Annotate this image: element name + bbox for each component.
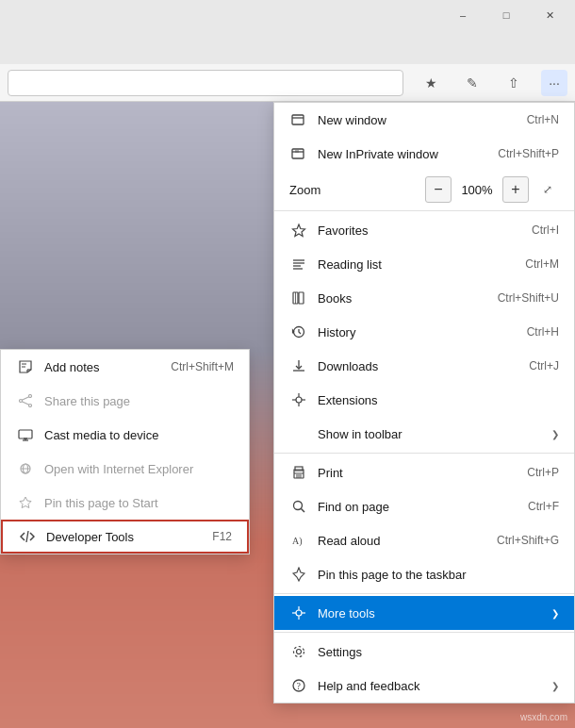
context-item-developer-tools[interactable]: Developer Tools F12 [1, 520, 249, 554]
extensions-icon [289, 390, 308, 409]
zoom-expand-button[interactable]: ⤢ [536, 178, 559, 201]
svg-text:?: ? [297, 681, 302, 691]
downloads-icon [289, 356, 308, 375]
books-shortcut: Ctrl+Shift+U [498, 291, 559, 305]
reading-list-icon [289, 255, 308, 273]
share-icon[interactable]: ⇧ [501, 70, 527, 96]
menu-item-read-aloud[interactable]: A) Read aloud Ctrl+Shift+G [274, 523, 574, 557]
show-toolbar-label: Show in toolbar [318, 427, 548, 441]
developer-tools-shortcut: F12 [212, 530, 232, 543]
menu-item-settings[interactable]: Settings [274, 635, 574, 669]
context-item-open-ie: Open with Internet Explorer [1, 452, 249, 486]
read-aloud-shortcut: Ctrl+Shift+G [497, 534, 559, 547]
add-notes-label: Add notes [44, 360, 171, 374]
menu-item-show-toolbar[interactable]: Show in toolbar ❯ [274, 417, 574, 451]
context-item-add-notes[interactable]: Add notes Ctrl+Shift+M [1, 350, 249, 384]
notes-icon[interactable]: ✎ [459, 70, 485, 96]
context-item-share-page: Share this page [1, 384, 249, 418]
add-notes-icon [16, 357, 35, 376]
menu-item-print[interactable]: Print Ctrl+P [274, 455, 574, 489]
minimize-button[interactable]: – [441, 0, 485, 30]
svg-text:A): A) [292, 536, 303, 547]
favorites-icon[interactable]: ★ [419, 70, 445, 96]
cast-media-label: Cast media to device [44, 428, 234, 442]
svg-point-34 [294, 647, 304, 657]
menu-item-downloads[interactable]: Downloads Ctrl+J [274, 349, 574, 383]
more-tools-arrow: ❯ [551, 608, 559, 619]
menu-item-help-feedback[interactable]: ? Help and feedback ❯ [274, 669, 574, 703]
zoom-controls: − 100% + ⤢ [425, 176, 559, 203]
reading-list-shortcut: Ctrl+M [525, 257, 559, 271]
menu-item-new-window[interactable]: New window Ctrl+N [274, 103, 574, 137]
maximize-button[interactable]: □ [485, 0, 528, 30]
svg-line-45 [22, 402, 29, 405]
tab-bar [0, 30, 575, 64]
history-icon [289, 323, 308, 341]
books-icon [289, 289, 308, 307]
more-icon[interactable]: ··· [541, 70, 567, 96]
find-on-page-label: Find on page [318, 500, 520, 514]
svg-rect-0 [292, 115, 304, 124]
svg-rect-4 [295, 150, 299, 153]
zoom-minus-button[interactable]: − [425, 176, 452, 203]
developer-tools-label: Developer Tools [46, 530, 212, 544]
more-tools-icon [289, 604, 308, 622]
find-icon [289, 497, 308, 516]
svg-marker-5 [293, 224, 305, 237]
developer-tools-icon [18, 527, 37, 546]
pin-start-label: Pin this page to Start [44, 496, 234, 510]
inprivate-icon [289, 144, 308, 163]
svg-line-44 [22, 397, 29, 401]
add-notes-shortcut: Ctrl+Shift+M [171, 360, 234, 373]
more-tools-label: More tools [318, 606, 548, 620]
zoom-value: 100% [459, 183, 495, 197]
inprivate-shortcut: Ctrl+Shift+P [498, 147, 559, 160]
divider-2 [274, 453, 574, 454]
svg-rect-11 [299, 292, 304, 304]
favorites-label: Favorites [318, 223, 524, 238]
menu-item-reading-list[interactable]: Reading list Ctrl+M [274, 247, 574, 281]
watermark: wsxdn.com [520, 712, 567, 722]
extensions-label: Extensions [318, 393, 551, 407]
reading-list-label: Reading list [318, 257, 518, 272]
open-ie-label: Open with Internet Explorer [44, 462, 234, 476]
zoom-label: Zoom [289, 183, 425, 197]
svg-line-53 [26, 531, 28, 542]
menu-item-favorites[interactable]: Favorites Ctrl+I [274, 213, 574, 247]
help-feedback-arrow: ❯ [551, 681, 559, 691]
context-menu: Add notes Ctrl+Shift+M Share this page [0, 349, 250, 554]
menu-item-more-tools[interactable]: More tools ❯ [274, 596, 574, 630]
menu-item-history[interactable]: History Ctrl+H [274, 315, 574, 349]
menu-item-pin-taskbar[interactable]: Pin this page to the taskbar [274, 557, 574, 591]
cast-icon [16, 425, 35, 444]
print-shortcut: Ctrl+P [527, 466, 559, 479]
context-item-pin-start: Pin this page to Start [1, 486, 249, 520]
menu-item-books[interactable]: Books Ctrl+Shift+U [274, 281, 574, 315]
svg-point-28 [296, 610, 302, 616]
new-window-label: New window [318, 113, 519, 127]
divider-3 [274, 593, 574, 594]
url-input[interactable] [8, 70, 403, 96]
find-shortcut: Ctrl+F [528, 500, 559, 513]
close-button[interactable]: ✕ [528, 0, 571, 30]
settings-icon [289, 642, 308, 661]
menu-item-extensions[interactable]: Extensions [274, 383, 574, 417]
svg-rect-46 [19, 430, 32, 438]
menu-item-find-on-page[interactable]: Find on page Ctrl+F [274, 489, 574, 523]
address-bar: ★ ✎ ⇧ ··· [0, 64, 575, 102]
context-item-cast-media[interactable]: Cast media to device [1, 418, 249, 452]
settings-label: Settings [318, 645, 559, 659]
share-page-label: Share this page [44, 394, 234, 408]
menu-item-inprivate[interactable]: New InPrivate window Ctrl+Shift+P [274, 137, 574, 171]
history-shortcut: Ctrl+H [527, 325, 559, 339]
svg-point-33 [297, 650, 302, 654]
new-window-icon [289, 110, 308, 129]
zoom-row: Zoom − 100% + ⤢ [274, 171, 574, 208]
read-aloud-icon: A) [289, 531, 308, 550]
inprivate-label: New InPrivate window [318, 147, 490, 161]
pin-taskbar-icon [289, 565, 308, 584]
ie-icon [16, 459, 35, 478]
zoom-plus-button[interactable]: + [502, 176, 529, 203]
new-window-shortcut: Ctrl+N [527, 113, 559, 126]
history-label: History [318, 325, 519, 339]
